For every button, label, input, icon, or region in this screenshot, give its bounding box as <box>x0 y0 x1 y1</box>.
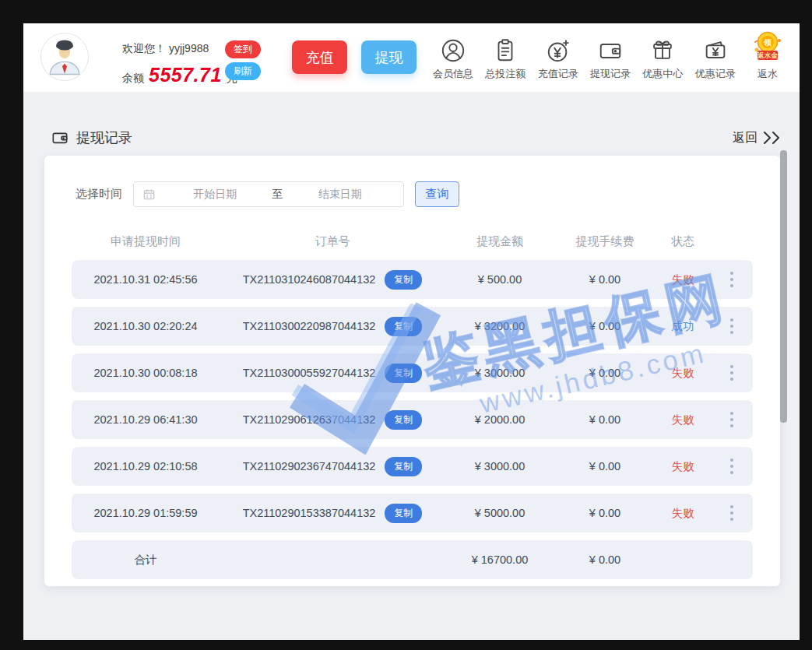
table-header: 申请提现时间 订单号 提现金额 提现手续费 状态 <box>72 227 753 255</box>
row-fee: ¥ 0.00 <box>554 367 656 379</box>
nav-total-bets[interactable]: 总投注额 <box>480 33 531 81</box>
wallet-icon <box>51 128 69 147</box>
col-header-time: 申请提现时间 <box>72 234 220 249</box>
balance-row: 余额 5557.71 元 <box>122 64 237 86</box>
col-header-amount: 提现金额 <box>445 234 554 249</box>
total-label: 合计 <box>72 553 220 567</box>
row-time: 2021.10.29 06:41:30 <box>72 413 220 426</box>
title-row: 提现记录 返回 <box>23 125 800 151</box>
table-body: 2021.10.31 02:45:56 TX211031024608704413… <box>72 260 753 587</box>
date-to-label: 至 <box>269 188 286 202</box>
balance-label: 余额 <box>122 72 144 86</box>
member-info-icon <box>440 33 466 64</box>
pill-buttons: 签到 刷新 <box>225 40 261 80</box>
nav-withdraw-record[interactable]: 提现记录 <box>585 33 636 81</box>
order-number: TX2110290153387044132 <box>243 507 376 519</box>
calendar-icon <box>143 188 155 200</box>
row-order: TX2110300055927044132 复制 <box>220 364 445 383</box>
total-bets-icon <box>492 33 518 64</box>
order-number: TX2110290612637044132 <box>243 413 376 426</box>
withdraw-button[interactable]: 提现 <box>361 40 417 74</box>
nav-label: 充值记录 <box>538 67 578 81</box>
row-amount: ¥ 3000.00 <box>445 460 554 473</box>
row-status: 失败 <box>656 459 710 474</box>
row-more-menu-icon[interactable] <box>710 412 753 427</box>
row-order: TX2110290612637044132 复制 <box>220 410 445 430</box>
avatar[interactable] <box>40 33 89 81</box>
copy-button[interactable]: 复制 <box>385 410 422 430</box>
promo-center-icon <box>649 33 676 64</box>
row-order: TX2110290153387044132 复制 <box>220 504 445 523</box>
nav-promo-record[interactable]: 优惠记录 <box>690 33 741 81</box>
nav-member-info[interactable]: 会员信息 <box>427 33 479 81</box>
sign-in-button[interactable]: 签到 <box>225 40 261 58</box>
nav-label: 优惠中心 <box>642 67 683 81</box>
row-time: 2021.10.29 02:10:58 <box>72 460 220 473</box>
row-amount: ¥ 5000.00 <box>445 507 554 519</box>
nav-label: 提现记录 <box>590 67 631 81</box>
nav-recharge-record[interactable]: 充值记录 <box>533 33 584 81</box>
col-header-order: 订单号 <box>220 234 445 249</box>
row-more-menu-icon[interactable] <box>710 459 753 474</box>
page-title-text: 提现记录 <box>76 128 132 147</box>
table-row: 2021.10.29 01:59:59 TX211029015338704413… <box>72 494 753 532</box>
recharge-record-icon <box>545 33 571 64</box>
row-fee: ¥ 0.00 <box>554 320 656 332</box>
back-link[interactable]: 返回 <box>733 130 782 146</box>
back-label: 返回 <box>733 130 758 146</box>
row-status: 失败 <box>656 272 710 287</box>
row-time: 2021.10.30 00:08:18 <box>72 367 220 379</box>
nav-promo-center[interactable]: 优惠中心 <box>637 33 688 81</box>
order-number: TX2110300220987044132 <box>243 320 376 332</box>
table-row: 2021.10.29 06:41:30 TX211029061263704413… <box>72 400 753 439</box>
query-button[interactable]: 查询 <box>415 181 459 207</box>
start-date-placeholder: 开始日期 <box>161 188 269 202</box>
copy-button[interactable]: 复制 <box>385 270 422 290</box>
col-header-status: 状态 <box>656 234 710 249</box>
withdraw-record-icon <box>597 33 624 64</box>
double-chevron-right-icon <box>762 132 782 144</box>
row-fee: ¥ 0.00 <box>554 460 656 473</box>
row-fee: ¥ 0.00 <box>554 273 656 286</box>
order-number: TX2110290236747044132 <box>243 460 376 473</box>
row-more-menu-icon[interactable] <box>710 272 753 287</box>
date-range-input[interactable]: 开始日期 至 结束日期 <box>133 181 404 207</box>
col-header-fee: 提现手续费 <box>554 234 656 249</box>
row-status: 失败 <box>656 506 710 521</box>
svg-text:领: 领 <box>763 38 772 47</box>
table-row: 2021.10.29 02:10:58 TX211029023674704413… <box>72 447 753 486</box>
svg-text:返水金: 返水金 <box>757 51 778 59</box>
row-more-menu-icon[interactable] <box>710 318 753 334</box>
scrollbar-thumb[interactable] <box>780 150 787 423</box>
row-amount: ¥ 2000.00 <box>445 413 554 426</box>
withdraw-records-card: 选择时间 开始日期 至 结束日期 查询 申请提现时间 订单号 提现金额 提现手续… <box>44 156 780 586</box>
promo-record-icon <box>702 33 729 64</box>
row-amount: ¥ 3000.00 <box>445 367 554 379</box>
top-header: 欢迎您！ yyjj9988 余额 5557.71 元 签到 刷新 充值 提现 会… <box>23 23 800 92</box>
row-time: 2021.10.31 02:45:56 <box>72 273 220 286</box>
row-status: 失败 <box>656 413 710 427</box>
row-amount: ¥ 3200.00 <box>445 320 554 332</box>
page-root: 欢迎您！ yyjj9988 余额 5557.71 元 签到 刷新 充值 提现 会… <box>23 23 800 640</box>
copy-button[interactable]: 复制 <box>385 457 422 476</box>
recharge-button[interactable]: 充值 <box>292 40 347 74</box>
welcome-text: 欢迎您！ yyjj9988 <box>122 42 209 56</box>
nav-label: 总投注额 <box>485 67 526 81</box>
refresh-button[interactable]: 刷新 <box>225 62 261 80</box>
row-order: TX2110300220987044132 复制 <box>220 317 445 336</box>
row-time: 2021.10.29 01:59:59 <box>72 507 220 519</box>
copy-button[interactable]: 复制 <box>385 504 422 523</box>
nav-rebate[interactable]: 领 返水金 返水 <box>742 33 793 81</box>
filter-bar: 选择时间 开始日期 至 结束日期 查询 <box>76 181 459 207</box>
copy-button[interactable]: 复制 <box>385 317 422 336</box>
end-date-placeholder: 结束日期 <box>286 188 395 202</box>
order-number: TX2110310246087044132 <box>243 273 376 286</box>
header-nav: 会员信息 总投注额 充值记录 <box>427 33 793 81</box>
row-more-menu-icon[interactable] <box>710 505 753 521</box>
row-order: TX2110310246087044132 复制 <box>220 270 445 290</box>
copy-button[interactable]: 复制 <box>385 364 422 383</box>
page-title: 提现记录 <box>51 128 132 147</box>
total-row: 合计 ¥ 16700.00 ¥ 0.00 <box>72 540 753 579</box>
row-more-menu-icon[interactable] <box>710 365 753 381</box>
table-row: 2021.10.31 02:45:56 TX211031024608704413… <box>72 260 753 299</box>
